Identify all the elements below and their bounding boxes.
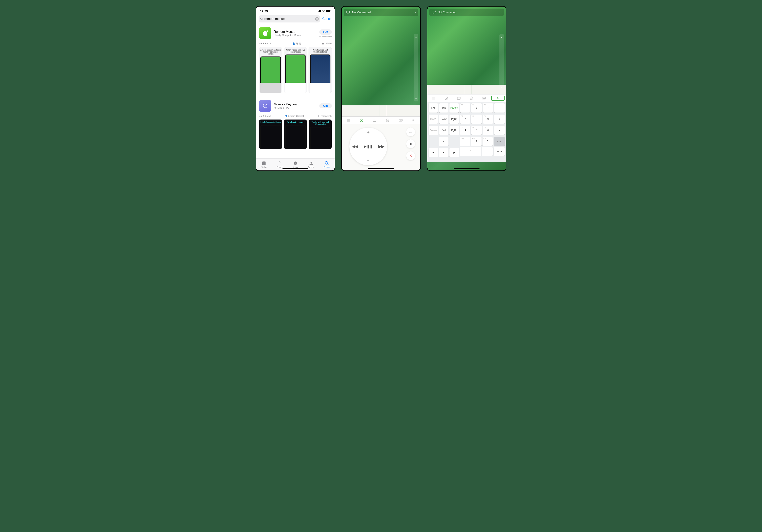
- mode-menu[interactable]: [427, 95, 440, 102]
- connection-banner[interactable]: Not Connected ›: [344, 9, 418, 16]
- key-numlock[interactable]: FNLNUM: [449, 103, 459, 112]
- get-button[interactable]: Get: [319, 30, 332, 34]
- mode-keyboard[interactable]: [394, 116, 407, 124]
- svg-point-7: [263, 104, 267, 108]
- app-result-mouse-keyboard[interactable]: Mouse · Keyboard for Mac or PC Get ★★★★★…: [256, 97, 335, 149]
- key-minus[interactable]: -: [494, 103, 504, 112]
- app-title: Remote Mouse: [274, 30, 317, 33]
- mode-window[interactable]: [368, 116, 381, 124]
- key-tab[interactable]: Tab: [439, 103, 449, 112]
- key-equals[interactable]: =: [494, 126, 504, 135]
- search-input[interactable]: [265, 17, 314, 21]
- get-button[interactable]: Get: [319, 103, 332, 108]
- mode-fn[interactable]: Fn: [407, 116, 420, 124]
- key-return[interactable]: return: [494, 147, 504, 156]
- key-end[interactable]: End: [439, 126, 449, 135]
- screenshot[interactable]: Wireless Keyboard: [284, 119, 307, 149]
- chevron-up-icon: ▲: [500, 36, 502, 38]
- right-click-button[interactable]: [386, 105, 420, 116]
- svg-point-33: [410, 131, 410, 131]
- svg-rect-47: [457, 97, 460, 100]
- connection-banner[interactable]: Not Connected ›: [429, 9, 504, 16]
- key-f3[interactable]: F3*: [483, 103, 493, 112]
- key-0[interactable]: 0: [460, 147, 481, 156]
- middle-click-button[interactable]: [379, 105, 386, 116]
- key-home[interactable]: Home: [439, 114, 449, 124]
- screenshot[interactable]: Mobile Trackpad / Mouse: [259, 119, 282, 149]
- app-meta: ★★★★★ 57 👤 Evgeny Cherpak ➤ Productivity: [259, 114, 332, 119]
- mode-menu[interactable]: [342, 116, 355, 124]
- search-field[interactable]: ✕: [259, 15, 320, 23]
- key-pgup[interactable]: PgUp: [449, 114, 459, 124]
- home-indicator[interactable]: [368, 168, 394, 169]
- key-f7[interactable]: F74: [460, 126, 470, 135]
- screenshot[interactable]: Rich features and flexible settings: [309, 47, 332, 93]
- svg-rect-39: [432, 11, 435, 13]
- svg-rect-18: [347, 119, 350, 119]
- mode-media[interactable]: [355, 116, 368, 124]
- status-bar: 12:23: [256, 7, 335, 15]
- screenshot[interactable]: Watch videos and give presentations: [284, 47, 307, 93]
- key-left[interactable]: ◀: [428, 148, 438, 157]
- scroll-strip[interactable]: ▲▼: [499, 34, 504, 90]
- play-pause-button[interactable]: ▶❚❚: [349, 127, 387, 165]
- screenshot[interactable]: A most elegant and user friendly compute…: [259, 47, 282, 93]
- svg-point-12: [325, 162, 328, 164]
- app-category: ▦ Utilities: [322, 42, 332, 45]
- scroll-strip[interactable]: ▲▼: [414, 34, 418, 101]
- key-insert[interactable]: Insert: [428, 114, 438, 124]
- left-click-button[interactable]: [342, 105, 379, 116]
- tab-today[interactable]: Today: [256, 159, 272, 170]
- key-down[interactable]: ▼: [439, 148, 449, 157]
- home-indicator[interactable]: [282, 168, 308, 169]
- clear-icon[interactable]: ✕: [315, 17, 319, 21]
- screenshot-row[interactable]: A most elegant and user friendly compute…: [259, 47, 332, 93]
- svg-point-37: [410, 132, 410, 133]
- key-dot[interactable]: .: [482, 147, 493, 156]
- key-right[interactable]: ▶: [449, 148, 459, 157]
- key-delete[interactable]: Delete: [428, 126, 438, 135]
- mode-web[interactable]: [465, 95, 478, 102]
- svg-rect-44: [432, 98, 435, 99]
- left-click-button[interactable]: [427, 85, 465, 94]
- key-f11[interactable]: F112: [471, 137, 481, 146]
- key-up[interactable]: ▲: [439, 137, 449, 146]
- key-f12[interactable]: F123: [483, 137, 493, 146]
- mode-web[interactable]: [381, 116, 394, 124]
- chevron-down-icon: ▼: [415, 98, 417, 100]
- key-f8[interactable]: F85: [471, 126, 482, 135]
- home-indicator[interactable]: [454, 168, 480, 169]
- close-button[interactable]: ✕: [406, 151, 415, 160]
- key-esc[interactable]: Esc: [428, 103, 438, 112]
- key-f4[interactable]: F47: [460, 114, 470, 124]
- fn-keyboard: Esc Tab FNLNUM Insert Home PgUp Delete E…: [427, 102, 506, 162]
- trackpad-area[interactable]: Not Connected › ▲▼: [427, 7, 506, 85]
- key-pgdn[interactable]: PgDn: [449, 126, 459, 135]
- tab-search[interactable]: Search: [319, 159, 335, 170]
- app-result-remote-mouse[interactable]: Remote Mouse Handy Computer Remote Get I…: [256, 24, 335, 93]
- key-f9[interactable]: F96: [483, 126, 493, 135]
- app-developer: 👤 耀 阮: [292, 42, 301, 45]
- key-f6[interactable]: F69: [483, 114, 493, 124]
- mode-media[interactable]: [440, 95, 452, 102]
- key-enter[interactable]: enter: [494, 137, 504, 146]
- search-results[interactable]: Remote Mouse Handy Computer Remote Get I…: [256, 24, 335, 159]
- key-plus[interactable]: +: [494, 114, 504, 124]
- screenshot[interactable]: Works with Mac and Windows PC: [309, 119, 332, 149]
- svg-line-4: [262, 19, 263, 20]
- screenshot-row[interactable]: Mobile Trackpad / Mouse Wireless Keyboar…: [259, 119, 332, 149]
- mode-fn[interactable]: Fn: [491, 96, 504, 100]
- status-icons: [318, 10, 331, 12]
- mode-keyboard[interactable]: [478, 95, 490, 102]
- key-f2[interactable]: F2/: [471, 103, 482, 112]
- stop-button[interactable]: ■: [406, 139, 415, 148]
- trackpad-area[interactable]: Not Connected › ▲▼: [342, 7, 420, 105]
- key-f1[interactable]: F1←: [460, 103, 470, 112]
- key-f10[interactable]: F101: [460, 137, 470, 146]
- key-f5[interactable]: F58: [471, 114, 482, 124]
- cancel-button[interactable]: Cancel: [322, 17, 332, 21]
- middle-click-button[interactable]: [465, 85, 472, 94]
- svg-rect-22: [373, 119, 376, 121]
- playlist-button[interactable]: [406, 127, 415, 136]
- mode-window[interactable]: [452, 95, 465, 102]
